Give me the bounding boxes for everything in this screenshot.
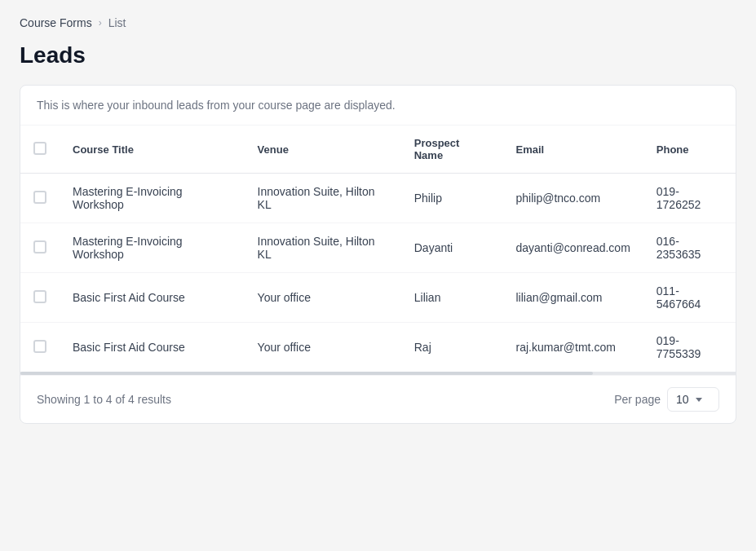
row-checkbox-cell [20,223,60,273]
header-checkbox-cell [20,126,60,174]
leads-table: Course Title Venue Prospect Name Email P… [20,126,736,372]
breadcrumb: Course Forms › List [20,16,736,29]
header-email: Email [503,126,643,174]
row-email: raj.kumar@tmt.com [503,323,643,372]
row-prospect-name: Lilian [401,273,503,323]
row-checkbox-3[interactable] [33,340,46,353]
row-phone: 011-5467664 [643,273,736,323]
row-prospect-name: Raj [401,323,503,372]
row-venue: Innovation Suite, Hilton KL [245,223,401,273]
row-course-title: Mastering E-Invoicing Workshop [60,223,245,273]
header-course-title: Course Title [60,126,245,174]
row-checkbox-cell [20,273,60,323]
row-phone: 019-7755339 [643,323,736,372]
row-phone: 019-1726252 [643,174,736,223]
row-course-title: Basic First Aid Course [60,273,245,323]
row-email: lilian@gmail.com [503,273,643,323]
row-phone: 016-2353635 [643,223,736,273]
table-row: Mastering E-Invoicing WorkshopInnovation… [20,223,736,273]
table-row: Mastering E-Invoicing WorkshopInnovation… [20,174,736,223]
table-header-row: Course Title Venue Prospect Name Email P… [20,126,736,174]
row-venue: Your office [245,323,401,372]
card-info-text: This is where your inbound leads from yo… [20,86,736,126]
row-email: dayanti@conread.com [503,223,643,273]
chevron-down-icon [696,398,702,402]
page-container: Course Forms › List Leads This is where … [0,0,756,551]
scroll-indicator [20,372,736,375]
row-course-title: Mastering E-Invoicing Workshop [60,174,245,223]
header-prospect-name: Prospect Name [401,126,503,174]
row-prospect-name: Philip [401,174,503,223]
table-body: Mastering E-Invoicing WorkshopInnovation… [20,174,736,372]
row-email: philip@tnco.com [503,174,643,223]
row-checkbox-0[interactable] [33,191,46,204]
leads-card: This is where your inbound leads from yo… [20,85,736,424]
per-page-select[interactable]: 10 [667,387,719,412]
header-venue: Venue [245,126,401,174]
table-wrapper: Course Title Venue Prospect Name Email P… [20,126,736,372]
select-all-checkbox[interactable] [33,142,46,155]
row-course-title: Basic First Aid Course [60,323,245,372]
scroll-indicator-bar [20,372,593,375]
showing-text: Showing 1 to 4 of 4 results [37,393,171,406]
per-page-value: 10 [676,393,689,406]
header-phone: Phone [643,126,736,174]
card-footer: Showing 1 to 4 of 4 results Per page 10 [20,375,736,423]
row-checkbox-cell [20,174,60,223]
per-page-container: Per page 10 [614,387,719,412]
per-page-label: Per page [614,393,661,406]
table-row: Basic First Aid CourseYour officeLilianl… [20,273,736,323]
row-venue: Innovation Suite, Hilton KL [245,174,401,223]
breadcrumb-link-course-forms[interactable]: Course Forms [20,16,92,29]
table-row: Basic First Aid CourseYour officeRajraj.… [20,323,736,372]
row-venue: Your office [245,273,401,323]
row-prospect-name: Dayanti [401,223,503,273]
breadcrumb-current: List [108,16,126,29]
row-checkbox-2[interactable] [33,290,46,303]
page-title: Leads [20,42,736,68]
breadcrumb-separator: › [99,17,102,29]
row-checkbox-1[interactable] [33,240,46,253]
row-checkbox-cell [20,323,60,372]
